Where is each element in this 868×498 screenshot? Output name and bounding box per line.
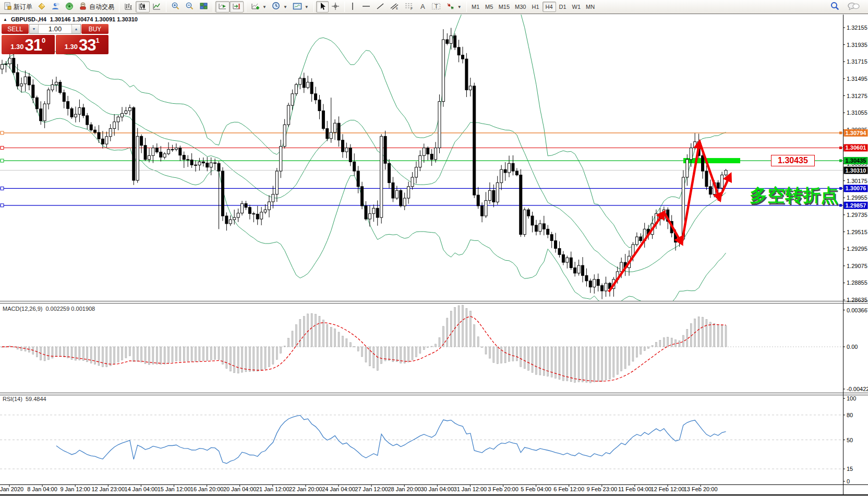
profile-button[interactable] [35, 1, 49, 13]
candle-down [361, 187, 364, 206]
buy-button[interactable]: BUY [81, 24, 108, 34]
timeframe-button-D1[interactable]: D1 [556, 2, 570, 12]
timeframe-button-W1[interactable]: W1 [570, 2, 584, 12]
line-anchor-marker[interactable] [1, 204, 4, 207]
chart-shift-button[interactable] [230, 1, 244, 13]
trend-arrow[interactable] [609, 212, 664, 291]
macd-pane[interactable] [0, 305, 843, 383]
macd-histogram-bar [218, 347, 220, 360]
timeframe-button-M30[interactable]: M30 [512, 2, 528, 12]
label-button[interactable]: T [429, 1, 443, 13]
price-callout[interactable]: 1.30435 [771, 155, 815, 166]
label-icon: T [431, 2, 441, 12]
price-axis[interactable]: 1.321551.319351.317151.314951.312751.310… [839, 25, 868, 484]
sell-price[interactable]: 1.30 31 0 [2, 35, 55, 54]
macd-histogram-bar [191, 347, 192, 361]
macd-histogram-bar [709, 322, 711, 347]
line-anchor-marker[interactable] [1, 131, 4, 135]
timeframe-button-MN[interactable]: MN [583, 2, 597, 12]
signal-button[interactable] [63, 1, 76, 13]
timeframe-button-M1[interactable]: M1 [469, 2, 483, 12]
macd-histogram-bar [663, 338, 665, 347]
volume-up-button[interactable]: ▲ [71, 25, 80, 33]
candle-up [24, 77, 27, 84]
sell-button[interactable]: SELL [2, 24, 29, 34]
macd-histogram-bar [249, 347, 250, 372]
zoom-in-button[interactable] [168, 1, 183, 13]
timeframe-button-M15[interactable]: M15 [496, 2, 512, 12]
buy-price[interactable]: 1.30 33 1 [56, 35, 109, 54]
candle-down [337, 123, 340, 140]
arrows-button[interactable]: ▼ [443, 1, 464, 13]
chart-window[interactable]: 1.321551.319351.317151.314951.312751.310… [0, 15, 868, 498]
zoom-out-button[interactable] [183, 1, 197, 13]
macd-histogram-bar [284, 346, 285, 347]
search-icon[interactable] [830, 1, 840, 13]
macd-histogram-bar [59, 347, 61, 356]
auto-trading-button[interactable]: 自动交易 [76, 1, 117, 13]
candle-up [488, 190, 491, 200]
chart-canvas[interactable]: 1.321551.319351.317151.314951.312751.310… [0, 15, 868, 498]
line-anchor-marker[interactable] [1, 187, 4, 190]
trend-arrows[interactable] [609, 142, 730, 291]
trendline-button[interactable] [373, 1, 387, 13]
timeframe-button-H1[interactable]: H1 [529, 2, 542, 12]
main-price-pane[interactable] [0, 15, 843, 310]
macd-histogram-bar [601, 347, 603, 381]
candle-down [427, 148, 429, 154]
price-tag-1.30794-text: 1.30794 [846, 130, 867, 136]
volume-down-button[interactable]: ▼ [30, 25, 39, 33]
new-order-button[interactable]: 新订单 [1, 1, 35, 13]
crosshair-icon [331, 2, 340, 12]
trend-arrow[interactable] [664, 212, 682, 244]
indicators-button[interactable]: ▼ [248, 1, 269, 13]
rsi-pane[interactable] [0, 415, 843, 469]
macd-histogram-bar [125, 347, 127, 358]
candle-up [136, 136, 139, 180]
trend-arrow[interactable] [718, 175, 730, 201]
candle-down [558, 248, 561, 254]
candle-down [477, 195, 479, 206]
bar-chart-button[interactable] [122, 1, 136, 13]
candlestick-button[interactable] [136, 1, 150, 13]
candle-down [585, 275, 588, 281]
text-button[interactable]: A [416, 1, 429, 13]
fibonacci-button[interactable]: F [402, 1, 416, 13]
candle-down [101, 139, 104, 144]
line-chart-button[interactable] [150, 1, 164, 13]
volume-value[interactable]: 1.00 [39, 25, 71, 33]
macd-histogram-bar [605, 347, 607, 380]
periods-button[interactable]: ▼ [269, 1, 290, 13]
macd-histogram-bar [532, 347, 533, 372]
candle-down [140, 136, 143, 145]
buy-price-prefix: 1.30 [65, 43, 78, 51]
price-tick-label: 1.30175 [847, 178, 867, 184]
timeframe-button-H4[interactable]: H4 [542, 2, 556, 12]
community-button[interactable] [49, 1, 63, 13]
candle-up [334, 123, 336, 132]
time-axis[interactable]: 6 Jan 20208 Jan 04:009 Jan 12:0012 Jan 2… [0, 485, 718, 493]
horizontal-line-button[interactable] [359, 1, 373, 13]
tile-windows-button[interactable] [197, 1, 211, 13]
line-anchor-marker[interactable] [1, 159, 4, 162]
channel-button[interactable]: E [387, 1, 402, 13]
candle-up [233, 217, 236, 220]
candle-up [5, 64, 7, 64]
chat-icon[interactable] [847, 2, 860, 13]
cursor-button[interactable] [316, 1, 329, 13]
macd-histogram-bar [280, 347, 282, 353]
candle-down [384, 136, 387, 163]
macd-histogram-bar [253, 347, 255, 371]
crosshair-button[interactable] [329, 1, 342, 13]
timeframe-button-M5[interactable]: M5 [483, 2, 496, 12]
vertical-line-button[interactable] [347, 1, 359, 13]
mt4-window: 新订单 自动交易 ▼ ▼ ▼ E F [0, 0, 868, 498]
auto-scroll-button[interactable] [215, 1, 230, 13]
collapse-icon[interactable]: ▲ [3, 17, 7, 22]
turning-point-annotation[interactable]: 多空转折点 [750, 186, 838, 204]
templates-button[interactable]: ▼ [290, 1, 311, 13]
candle-down [252, 214, 255, 214]
candle-down [570, 258, 572, 268]
line-anchor-marker[interactable] [1, 146, 4, 149]
macd-histogram-bar [566, 347, 568, 381]
